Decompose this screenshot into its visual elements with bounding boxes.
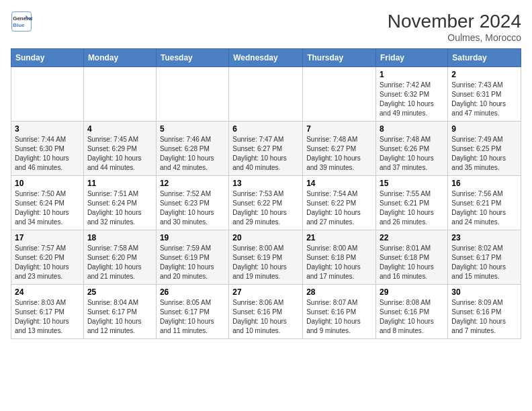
day-cell: 24Sunrise: 8:03 AM Sunset: 6:17 PM Dayli… (11, 285, 84, 339)
day-number: 4 (87, 124, 152, 134)
week-row-3: 17Sunrise: 7:57 AM Sunset: 6:20 PM Dayli… (11, 230, 521, 285)
day-cell: 14Sunrise: 7:54 AM Sunset: 6:22 PM Dayli… (303, 176, 376, 230)
header-cell-sunday: Sunday (11, 49, 84, 67)
day-number: 16 (451, 179, 517, 188)
day-info: Sunrise: 7:55 AM Sunset: 6:21 PM Dayligh… (380, 189, 444, 227)
calendar-header: SundayMondayTuesdayWednesdayThursdayFrid… (11, 49, 521, 67)
day-number: 5 (160, 124, 225, 134)
day-cell: 18Sunrise: 7:58 AM Sunset: 6:20 PM Dayli… (83, 230, 156, 285)
day-cell (156, 67, 228, 122)
day-info: Sunrise: 8:09 AM Sunset: 6:16 PM Dayligh… (451, 298, 517, 336)
day-cell: 4Sunrise: 7:45 AM Sunset: 6:29 PM Daylig… (83, 122, 156, 176)
day-info: Sunrise: 8:07 AM Sunset: 6:16 PM Dayligh… (306, 298, 372, 336)
day-number: 25 (87, 287, 152, 297)
day-cell: 5Sunrise: 7:46 AM Sunset: 6:28 PM Daylig… (156, 122, 228, 176)
day-cell: 16Sunrise: 7:56 AM Sunset: 6:21 PM Dayli… (448, 176, 521, 230)
day-info: Sunrise: 7:50 AM Sunset: 6:24 PM Dayligh… (15, 189, 80, 227)
day-cell: 10Sunrise: 7:50 AM Sunset: 6:24 PM Dayli… (11, 176, 84, 230)
day-info: Sunrise: 7:47 AM Sunset: 6:27 PM Dayligh… (232, 135, 299, 173)
day-cell: 9Sunrise: 7:49 AM Sunset: 6:25 PM Daylig… (448, 122, 521, 176)
calendar-table: SundayMondayTuesdayWednesdayThursdayFrid… (11, 48, 521, 339)
week-row-2: 10Sunrise: 7:50 AM Sunset: 6:24 PM Dayli… (11, 176, 521, 230)
header-cell-tuesday: Tuesday (156, 49, 228, 67)
logo: General Blue (11, 11, 35, 32)
day-info: Sunrise: 7:57 AM Sunset: 6:20 PM Dayligh… (15, 244, 80, 281)
day-cell: 30Sunrise: 8:09 AM Sunset: 6:16 PM Dayli… (448, 285, 521, 339)
day-info: Sunrise: 7:48 AM Sunset: 6:26 PM Dayligh… (380, 135, 444, 173)
header-cell-friday: Friday (376, 49, 448, 67)
day-cell: 2Sunrise: 7:43 AM Sunset: 6:31 PM Daylig… (448, 67, 521, 122)
calendar-body: 1Sunrise: 7:42 AM Sunset: 6:32 PM Daylig… (11, 67, 521, 339)
page-header: General Blue November 2024 Oulmes, Moroc… (11, 11, 521, 43)
day-number: 15 (380, 179, 444, 188)
day-number: 8 (380, 124, 444, 134)
day-number: 14 (306, 179, 372, 188)
day-info: Sunrise: 8:01 AM Sunset: 6:18 PM Dayligh… (380, 244, 444, 281)
day-cell: 29Sunrise: 8:08 AM Sunset: 6:16 PM Dayli… (376, 285, 448, 339)
day-cell: 28Sunrise: 8:07 AM Sunset: 6:16 PM Dayli… (303, 285, 376, 339)
day-cell: 21Sunrise: 8:00 AM Sunset: 6:18 PM Dayli… (303, 230, 376, 285)
day-cell: 22Sunrise: 8:01 AM Sunset: 6:18 PM Dayli… (376, 230, 448, 285)
day-number: 30 (451, 287, 517, 297)
day-number: 6 (232, 124, 299, 134)
day-number: 17 (15, 233, 80, 242)
header-cell-wednesday: Wednesday (229, 49, 303, 67)
day-info: Sunrise: 8:02 AM Sunset: 6:17 PM Dayligh… (451, 244, 517, 281)
day-cell (11, 67, 84, 122)
day-info: Sunrise: 7:44 AM Sunset: 6:30 PM Dayligh… (15, 135, 80, 173)
day-number: 19 (160, 233, 225, 242)
day-number: 7 (306, 124, 372, 134)
day-cell: 1Sunrise: 7:42 AM Sunset: 6:32 PM Daylig… (376, 67, 448, 122)
day-info: Sunrise: 7:53 AM Sunset: 6:22 PM Dayligh… (232, 189, 299, 227)
week-row-4: 24Sunrise: 8:03 AM Sunset: 6:17 PM Dayli… (11, 285, 521, 339)
day-cell (83, 67, 156, 122)
day-info: Sunrise: 8:03 AM Sunset: 6:17 PM Dayligh… (15, 298, 80, 336)
header-cell-monday: Monday (83, 49, 156, 67)
day-cell: 6Sunrise: 7:47 AM Sunset: 6:27 PM Daylig… (229, 122, 303, 176)
day-number: 10 (15, 179, 80, 188)
day-number: 23 (451, 233, 517, 242)
day-number: 29 (380, 287, 444, 297)
day-info: Sunrise: 7:59 AM Sunset: 6:19 PM Dayligh… (160, 244, 225, 281)
day-info: Sunrise: 7:58 AM Sunset: 6:20 PM Dayligh… (87, 244, 152, 281)
day-info: Sunrise: 8:08 AM Sunset: 6:16 PM Dayligh… (380, 298, 444, 336)
day-number: 9 (451, 124, 517, 134)
day-cell: 11Sunrise: 7:51 AM Sunset: 6:24 PM Dayli… (83, 176, 156, 230)
day-cell: 13Sunrise: 7:53 AM Sunset: 6:22 PM Dayli… (229, 176, 303, 230)
day-number: 13 (232, 179, 299, 188)
day-number: 1 (380, 70, 444, 79)
day-info: Sunrise: 8:06 AM Sunset: 6:16 PM Dayligh… (232, 298, 299, 336)
day-info: Sunrise: 7:52 AM Sunset: 6:23 PM Dayligh… (160, 189, 225, 227)
day-info: Sunrise: 7:46 AM Sunset: 6:28 PM Dayligh… (160, 135, 225, 173)
day-info: Sunrise: 7:42 AM Sunset: 6:32 PM Dayligh… (380, 81, 444, 118)
day-number: 20 (232, 233, 299, 242)
day-cell: 20Sunrise: 8:00 AM Sunset: 6:19 PM Dayli… (229, 230, 303, 285)
day-cell: 26Sunrise: 8:05 AM Sunset: 6:17 PM Dayli… (156, 285, 228, 339)
day-cell: 7Sunrise: 7:48 AM Sunset: 6:27 PM Daylig… (303, 122, 376, 176)
week-row-1: 3Sunrise: 7:44 AM Sunset: 6:30 PM Daylig… (11, 122, 521, 176)
day-number: 3 (15, 124, 80, 134)
day-number: 2 (451, 70, 517, 79)
header-cell-thursday: Thursday (303, 49, 376, 67)
day-number: 21 (306, 233, 372, 242)
day-cell (303, 67, 376, 122)
logo-icon: General Blue (11, 11, 32, 32)
day-info: Sunrise: 8:00 AM Sunset: 6:19 PM Dayligh… (232, 244, 299, 281)
day-cell: 8Sunrise: 7:48 AM Sunset: 6:26 PM Daylig… (376, 122, 448, 176)
day-number: 28 (306, 287, 372, 297)
week-row-0: 1Sunrise: 7:42 AM Sunset: 6:32 PM Daylig… (11, 67, 521, 122)
day-cell (229, 67, 303, 122)
day-number: 26 (160, 287, 225, 297)
day-number: 11 (87, 179, 152, 188)
day-cell: 25Sunrise: 8:04 AM Sunset: 6:17 PM Dayli… (83, 285, 156, 339)
day-cell: 3Sunrise: 7:44 AM Sunset: 6:30 PM Daylig… (11, 122, 84, 176)
day-cell: 19Sunrise: 7:59 AM Sunset: 6:19 PM Dayli… (156, 230, 228, 285)
header-cell-saturday: Saturday (448, 49, 521, 67)
day-info: Sunrise: 7:51 AM Sunset: 6:24 PM Dayligh… (87, 189, 152, 227)
day-info: Sunrise: 7:54 AM Sunset: 6:22 PM Dayligh… (306, 189, 372, 227)
svg-text:Blue: Blue (13, 22, 25, 28)
day-info: Sunrise: 8:05 AM Sunset: 6:17 PM Dayligh… (160, 298, 225, 336)
day-cell: 27Sunrise: 8:06 AM Sunset: 6:16 PM Dayli… (229, 285, 303, 339)
day-info: Sunrise: 7:45 AM Sunset: 6:29 PM Dayligh… (87, 135, 152, 173)
day-info: Sunrise: 8:00 AM Sunset: 6:18 PM Dayligh… (306, 244, 372, 281)
